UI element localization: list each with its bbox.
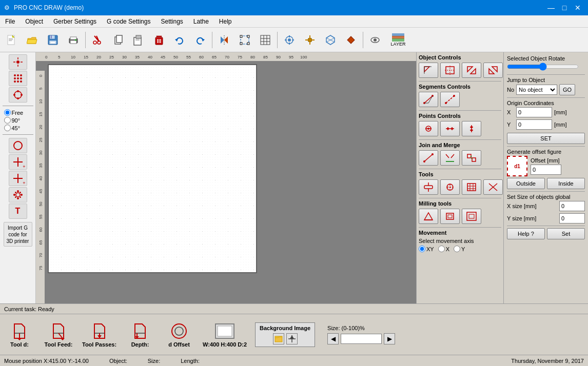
- menu-lathe[interactable]: Lathe: [188, 15, 214, 27]
- save-button[interactable]: [43, 30, 63, 50]
- tool-2-button[interactable]: [440, 179, 460, 195]
- join-2-button[interactable]: [440, 150, 460, 166]
- copy-button[interactable]: [108, 30, 128, 50]
- tool-1-button[interactable]: [419, 179, 438, 195]
- origin-x-input[interactable]: [516, 107, 552, 117]
- draw-circle-dots-button[interactable]: [9, 87, 27, 103]
- menu-help[interactable]: Help: [214, 15, 237, 27]
- draw-dots-button[interactable]: [9, 71, 27, 86]
- bg-image-move-button[interactable]: [286, 333, 298, 344]
- menu-gcode[interactable]: G code Settings: [102, 15, 155, 27]
- x-size-input[interactable]: [559, 201, 585, 211]
- movement-x-radio[interactable]: X: [438, 246, 449, 252]
- inside-button[interactable]: Inside: [547, 178, 585, 189]
- new-button[interactable]: [2, 30, 22, 50]
- size-nav-row: ◀ ▶: [327, 333, 395, 344]
- pt-ctrl-1-button[interactable]: [419, 121, 438, 136]
- set2-button[interactable]: Set: [547, 228, 585, 239]
- y-size-input[interactable]: [559, 213, 585, 223]
- angle-free-radio[interactable]: Free: [4, 109, 32, 116]
- pt-ctrl-2-button[interactable]: [440, 121, 460, 136]
- jump-select[interactable]: No object: [516, 85, 557, 95]
- draw-circle-button[interactable]: [9, 138, 27, 153]
- obj-ctrl-topleft-button[interactable]: [419, 63, 438, 78]
- svg-point-48: [288, 38, 291, 42]
- size-next-button[interactable]: ▶: [384, 333, 395, 344]
- tools-section: Tools: [419, 171, 501, 195]
- left-toolbar: Free 90° 45° + + T Import G: [0, 52, 36, 303]
- gear-button[interactable]: [9, 187, 27, 202]
- seg-ctrl-2-button[interactable]: [440, 92, 460, 107]
- offset-value-input[interactable]: [531, 165, 561, 175]
- angle-45-radio[interactable]: 45°: [4, 125, 32, 131]
- undo-button[interactable]: [170, 30, 189, 50]
- menu-settings[interactable]: Settings: [155, 15, 188, 27]
- angle-90-radio[interactable]: 90°: [4, 117, 32, 124]
- delete-button[interactable]: [149, 30, 169, 50]
- open-button[interactable]: [23, 30, 42, 50]
- minimize-button[interactable]: —: [545, 3, 557, 13]
- tool-star-button[interactable]: [300, 30, 320, 50]
- seg-ctrl-1-button[interactable]: [419, 92, 438, 107]
- svg-text:40: 40: [148, 55, 152, 59]
- menu-gerber[interactable]: Gerber Settings: [48, 15, 102, 27]
- tool-3-button[interactable]: [462, 179, 481, 195]
- draw-point-button[interactable]: [9, 54, 27, 70]
- tool-hex-button[interactable]: [321, 30, 340, 50]
- menu-object[interactable]: Object: [20, 15, 48, 27]
- svg-text:45: 45: [161, 55, 165, 59]
- plus-v-button[interactable]: +: [9, 171, 27, 186]
- select-button[interactable]: [235, 30, 254, 50]
- svg-point-84: [17, 97, 19, 99]
- rotate-slider[interactable]: [507, 63, 579, 71]
- cut-button[interactable]: [88, 30, 107, 50]
- movement-y-radio[interactable]: Y: [454, 246, 465, 252]
- rotate-label: Selected Object Rotate: [507, 55, 585, 62]
- print-button[interactable]: [64, 30, 83, 50]
- movement-section: Movement Select movement axis XY X Y: [419, 230, 501, 252]
- jump-no-label: No: [507, 87, 514, 93]
- origin-y-input[interactable]: [516, 119, 552, 130]
- join-merge-section: Join and Merge: [419, 142, 501, 166]
- svg-point-19: [93, 41, 96, 44]
- help-button[interactable]: Help ?: [507, 228, 545, 239]
- svg-rect-196: [446, 213, 454, 219]
- current-task-text: Current task: Ready: [4, 306, 54, 312]
- text-tool-button[interactable]: T: [9, 204, 27, 219]
- maximize-button[interactable]: □: [558, 3, 571, 13]
- obj-ctrl-mirror-button[interactable]: [483, 63, 503, 78]
- svg-text:70: 70: [38, 253, 43, 257]
- obj-ctrl-flip-button[interactable]: [462, 63, 481, 78]
- mill-3-button[interactable]: [462, 209, 481, 224]
- import-3d-button[interactable]: Import G code for 3D printer: [4, 222, 32, 247]
- bg-image-open-button[interactable]: [273, 333, 284, 344]
- movement-xy-radio[interactable]: XY: [419, 246, 434, 252]
- grid-button[interactable]: [256, 30, 275, 50]
- join-3-button[interactable]: [462, 150, 481, 166]
- tool-4-button[interactable]: [483, 179, 503, 195]
- tool-up-button[interactable]: [280, 30, 299, 50]
- layer-button[interactable]: LAYER: [386, 30, 410, 50]
- outside-button[interactable]: Outside: [507, 178, 545, 189]
- obj-ctrl-center-button[interactable]: [440, 63, 460, 78]
- eye-button[interactable]: [365, 30, 385, 50]
- join-1-button[interactable]: [419, 150, 438, 166]
- paste-button[interactable]: [129, 30, 148, 50]
- svg-point-77: [20, 77, 22, 79]
- menu-file[interactable]: File: [0, 15, 20, 27]
- close-button[interactable]: ✕: [572, 3, 584, 13]
- jump-section: Jump to Object No No object GO: [507, 77, 585, 95]
- plus-h-button[interactable]: +: [9, 154, 27, 170]
- canvas-size-group: W:400 H:400 D:2: [203, 322, 247, 348]
- mill-1-button[interactable]: [419, 209, 438, 224]
- go-button[interactable]: GO: [559, 84, 575, 95]
- divider-1: [419, 81, 501, 82]
- mill-2-button[interactable]: [440, 209, 460, 224]
- redo-button[interactable]: [190, 30, 210, 50]
- tool-diamond-button[interactable]: [341, 30, 361, 50]
- size-prev-button[interactable]: ◀: [327, 333, 339, 344]
- flip-h-button[interactable]: [214, 30, 234, 50]
- pt-ctrl-3-button[interactable]: [462, 121, 481, 136]
- svg-rect-197: [448, 215, 452, 218]
- set-origin-button[interactable]: SET: [507, 133, 585, 144]
